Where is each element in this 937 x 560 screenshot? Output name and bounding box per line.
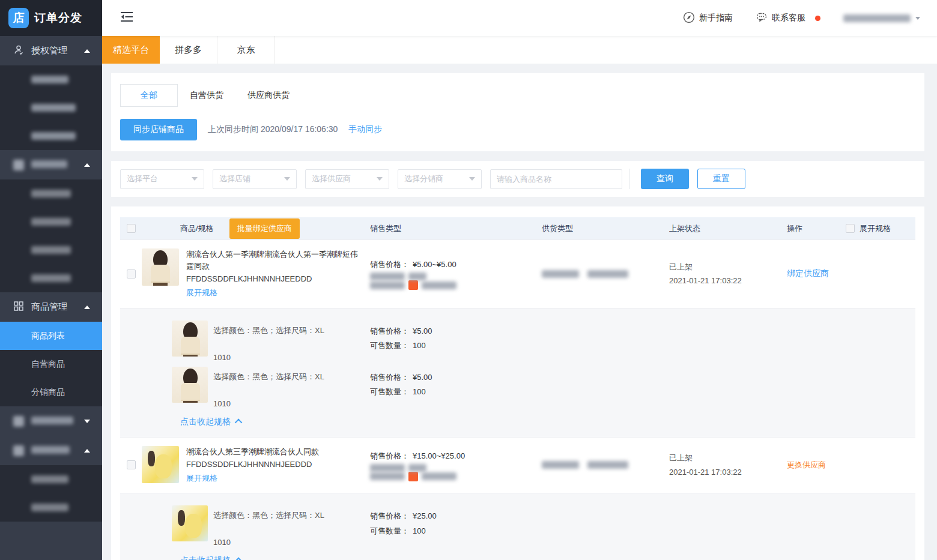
sidebar-group-auth-label: 授权管理 [31,45,77,56]
sync-row: 同步店铺商品 上次同步时间 2020/09/17 16:06:30 手动同步 [120,119,915,140]
sidebar-group-auth[interactable]: 授权管理 [0,36,102,65]
manual-sync-link[interactable]: 手动同步 [348,124,382,135]
collapse-specs-label[interactable]: 点击收起规格 [180,417,231,427]
chevron-up-icon [235,419,243,427]
notification-dot [815,16,820,21]
bind-supplier-link[interactable]: 绑定供应商 [787,268,829,278]
sidebar-item-product-list[interactable]: 商品列表 [0,322,102,350]
row-checkbox[interactable] [127,269,136,278]
redacted-icon [13,416,24,427]
platform-select[interactable]: 选择平台 [120,169,204,189]
table-row: 潮流合伙人第三季潮牌潮流合伙人同款 FFDDSSDDFLKJHHNNNHJEED… [120,437,915,493]
tab-jd[interactable]: 京东 [217,36,275,64]
price-range: ¥5.00~¥5.00 [413,257,456,272]
sidebar-item-dist-products[interactable]: 分销商品 [0,378,102,406]
expand-spec-link[interactable]: 展开规格 [186,472,217,484]
sidebar-item-redacted[interactable] [0,94,102,122]
product-title: 潮流合伙人第三季潮牌潮流合伙人同款 [186,446,319,458]
sidebar-item-redacted[interactable] [0,179,102,208]
chevron-up-icon [84,49,90,53]
platform-select-placeholder: 选择平台 [127,173,192,184]
last-sync-time: 上次同步时间 2020/09/17 16:06:30 [208,124,338,135]
change-supplier-link[interactable]: 更换供应商 [787,460,826,469]
spec-image [172,505,208,541]
sidebar-item-redacted[interactable] [0,236,102,264]
tab-all[interactable]: 全部 [120,84,178,107]
tab-pinduoduo[interactable]: 拼多多 [160,36,217,64]
redacted-text [31,246,71,254]
price-label: 销售价格： [370,257,409,272]
redacted-text [370,282,405,289]
support-button[interactable]: 联系客服 [756,11,805,25]
chat-icon [756,11,768,25]
product-image [142,248,179,286]
row-checkbox[interactable] [127,460,136,469]
expand-spec-link[interactable]: 展开规格 [186,287,217,299]
sidebar-submenu-redacted [0,179,102,292]
sync-products-button[interactable]: 同步店铺商品 [120,119,197,140]
chevron-down-icon [915,17,920,20]
listing-status: 已上架 [669,260,781,274]
guide-button[interactable]: 新手指南 [683,11,733,25]
listing-time: 2021-01-21 17:03:22 [669,274,781,288]
chevron-up-icon [84,449,90,453]
redacted-text [542,461,579,469]
sidebar-group-product[interactable]: 商品管理 [0,292,102,322]
collapse-specs-link[interactable]: 点击收起规格 [120,408,915,431]
expand-specs-checkbox[interactable] [846,224,855,233]
product-title: 潮流合伙人第一季潮牌潮流合伙人第一季潮牌短伟霆同款 [186,248,364,272]
listing-status: 已上架 [669,451,781,465]
top-header: 新手指南 联系客服 [102,0,937,36]
search-button[interactable]: 查询 [641,169,689,189]
sidebar-group-redacted[interactable] [0,150,102,179]
spec-image [172,367,208,403]
sidebar-submenu-product: 商品列表 自营商品 分销商品 [0,322,102,406]
product-name-input[interactable] [490,169,622,189]
redacted-text [422,282,456,289]
redacted-text [542,270,579,278]
chevron-down-icon [377,177,383,181]
sidebar-group-redacted[interactable] [0,436,102,465]
supplier-select[interactable]: 选择供应商 [305,169,389,189]
spec-code: 1010 [213,533,324,547]
sidebar-submenu-auth [0,65,102,150]
user-account-menu[interactable] [843,14,920,22]
collapse-specs-label[interactable]: 点击收起规格 [180,555,231,560]
collapse-specs-link[interactable]: 点击收起规格 [120,547,915,560]
product-code: FFDDSSDDFLKJHHNNNHJEEDDD [186,273,364,285]
shop-select[interactable]: 选择店铺 [213,169,297,189]
redacted-text [31,76,68,83]
price-label: 销售价格： [370,509,409,524]
app-title: 订单分发 [34,10,82,26]
sidebar-item-redacted[interactable] [0,493,102,522]
spec-price: ¥5.00 [413,324,432,339]
reset-button[interactable]: 重置 [697,169,745,189]
chevron-down-icon [284,177,290,181]
redacted-text [31,190,71,197]
col-action-header: 操作 [781,223,838,234]
redacted-text [370,472,405,480]
batch-bind-supplier-button[interactable]: 批量绑定供应商 [229,218,300,239]
sidebar-group-redacted[interactable] [0,406,102,436]
tab-featured-platform[interactable]: 精选平台 [102,36,160,64]
sidebar-item-redacted[interactable] [0,65,102,94]
redacted-icon [13,445,24,456]
sidebar-item-redacted[interactable] [0,264,102,292]
tab-vendor-supply[interactable]: 供应商供货 [235,85,302,106]
sidebar-item-self-products[interactable]: 自营商品 [0,350,102,378]
tab-self-supply[interactable]: 自营供货 [178,85,235,106]
spec-price: ¥5.00 [413,370,432,385]
distributor-select[interactable]: 选择分销商 [398,169,482,189]
spec-qty: 100 [413,385,426,400]
spec-text: 选择颜色：黑色；选择尺码：XL [213,367,324,382]
sidebar-item-redacted[interactable] [0,122,102,150]
grid-icon [13,301,24,313]
sidebar-item-redacted[interactable] [0,208,102,236]
spec-price: ¥25.00 [413,509,437,524]
sidebar-item-redacted[interactable] [0,465,102,493]
qty-label: 可售数量： [370,524,409,539]
user-icon [13,44,24,57]
select-all-checkbox[interactable] [127,224,136,233]
platform-tabs: 精选平台 拼多多 京东 [102,36,937,64]
collapse-sidebar-icon[interactable] [120,11,133,25]
